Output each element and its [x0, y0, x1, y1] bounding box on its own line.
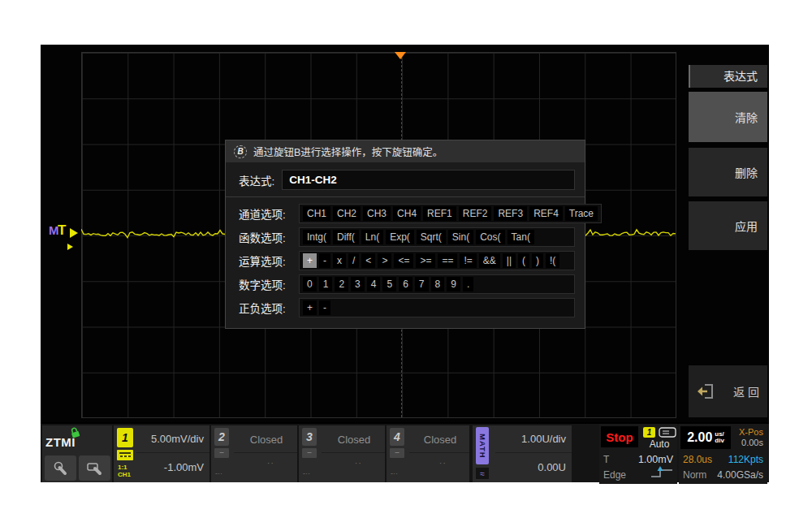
option-chip[interactable]: REF3: [494, 206, 527, 221]
option-chip[interactable]: 4: [367, 277, 381, 291]
channel3-offset-placeholder: ··: [355, 458, 362, 468]
option-chip[interactable]: -: [319, 253, 330, 268]
timebase-block[interactable]: 2.00 us/div X-Pos 0.00s 28.0us 112Kpts N…: [679, 424, 767, 484]
option-row-box: Intg(Diff(Ln(Exp(Sqrt(Sin(Cos(Tan(: [299, 227, 575, 247]
math-offset: 0.00U: [538, 461, 566, 473]
option-chip[interactable]: <: [361, 253, 375, 268]
dialog-option-row: 数字选项:0123456789.: [239, 274, 575, 294]
option-chip[interactable]: ): [532, 253, 543, 268]
channel1-scale: 5.00mV/div: [151, 433, 204, 445]
option-chip[interactable]: Trace: [565, 206, 598, 221]
option-row-box: 0123456789.: [299, 274, 575, 294]
touch-lock-button[interactable]: [79, 455, 110, 481]
option-chip[interactable]: >: [378, 253, 391, 268]
channel1-block[interactable]: 1 1:1CH1 5.00mV/div -1.00mV: [114, 425, 209, 482]
clear-button[interactable]: 清除: [689, 92, 767, 142]
touch-gesture-button[interactable]: [45, 455, 76, 481]
delete-button[interactable]: 删除: [689, 148, 767, 196]
touch-slide-icon: [86, 460, 104, 477]
touch-icon: [52, 460, 70, 477]
knob-b-icon: B: [234, 145, 247, 158]
math-badge[interactable]: MATH: [476, 427, 489, 464]
ch1-position-arrow-icon[interactable]: [70, 228, 78, 238]
trigger-position-marker[interactable]: [395, 52, 406, 59]
channel4-badge[interactable]: 4: [390, 428, 404, 446]
channel3-block[interactable]: 3–Closed··-··: [299, 425, 385, 482]
option-chip[interactable]: 0: [303, 277, 317, 291]
option-chip[interactable]: Tan(: [508, 230, 534, 244]
option-chip[interactable]: CH2: [333, 206, 361, 221]
math-scale: 1.00U/div: [521, 433, 566, 445]
option-chip[interactable]: CH4: [393, 206, 421, 221]
option-chip[interactable]: Cos(: [476, 230, 504, 244]
option-chip[interactable]: +: [303, 253, 317, 268]
option-chip[interactable]: Ln(: [361, 230, 383, 244]
knob-b-arrow-icon[interactable]: [67, 244, 73, 250]
option-chip[interactable]: ||: [503, 253, 516, 268]
option-chip[interactable]: 3: [351, 277, 365, 291]
display-icon: [659, 427, 676, 438]
option-chip[interactable]: 2: [335, 277, 348, 291]
channel2-block[interactable]: 2–Closed··-··: [211, 425, 297, 482]
option-chip[interactable]: Sqrt(: [417, 230, 446, 244]
channel1-offset: -1.00mV: [164, 461, 204, 473]
option-chip[interactable]: ==: [438, 253, 457, 268]
option-chip[interactable]: Exp(: [386, 230, 414, 244]
apply-button-label: 应用: [735, 218, 758, 234]
status-bar: ZTMI 1: [41, 422, 769, 482]
trigger-level-marker[interactable]: T: [58, 222, 66, 239]
apply-button[interactable]: 应用: [689, 201, 767, 250]
back-button[interactable]: 返 回: [689, 365, 767, 417]
option-chip[interactable]: (: [518, 253, 529, 268]
channel4-block[interactable]: 4–Closed··-··: [387, 425, 469, 482]
back-arrow-icon: [695, 382, 716, 400]
trigger-block[interactable]: Stop 1 Auto T 1.00mV Edge: [599, 424, 677, 484]
option-chip[interactable]: >=: [416, 253, 435, 268]
channel4-offset-placeholder: ··: [439, 458, 447, 468]
channel1-badge[interactable]: 1: [117, 428, 133, 447]
option-chip[interactable]: !(: [546, 253, 559, 268]
trigger-type: Edge: [603, 469, 626, 481]
expression-input[interactable]: CH1-CH2: [282, 170, 575, 190]
acquisition-state: Stop: [601, 426, 638, 447]
option-chip[interactable]: REF4: [529, 206, 563, 221]
option-chip[interactable]: +: [303, 300, 317, 315]
option-chip[interactable]: REF2: [459, 206, 492, 221]
option-row-label: 正负选项:: [239, 300, 299, 316]
trigger-level-label: T: [603, 454, 609, 465]
divider: [322, 452, 385, 453]
divider: [234, 452, 297, 453]
channel3-probe-placeholder: -··: [303, 469, 310, 477]
option-chip[interactable]: &&: [479, 253, 500, 268]
option-chip[interactable]: 7: [415, 277, 429, 291]
channel4-status: Closed: [411, 434, 469, 446]
option-chip[interactable]: Intg(: [303, 230, 330, 244]
dialog-option-rows: 通道选项:CH1CH2CH3CH4REF1REF2REF3REF4Trace函数…: [226, 204, 585, 317]
option-chip[interactable]: Diff(: [333, 230, 359, 244]
timebase-unit: us/div: [715, 431, 724, 444]
option-chip[interactable]: 5: [382, 277, 396, 291]
channel2-badge[interactable]: 2: [214, 428, 229, 446]
option-chip[interactable]: /: [348, 253, 359, 268]
math-block[interactable]: MATH ≈ 1.00U/div 0.00U: [473, 425, 572, 482]
option-chip[interactable]: -: [319, 300, 330, 315]
option-chip[interactable]: 1: [319, 277, 333, 291]
option-chip[interactable]: x: [333, 253, 346, 268]
xpos-value: 0.00s: [741, 438, 763, 447]
option-chip[interactable]: !=: [460, 253, 476, 268]
sample-rate: 4.00GSa/s: [717, 469, 763, 481]
option-row-box: +-: [299, 298, 575, 317]
option-chip[interactable]: .: [463, 277, 473, 291]
dialog-option-row: 运算选项:+-x/<><=>===!=&&||()!(: [239, 251, 575, 270]
option-chip[interactable]: 6: [399, 277, 412, 291]
option-chip[interactable]: Sin(: [448, 230, 473, 244]
option-row-label: 函数选项:: [239, 229, 299, 245]
option-chip[interactable]: REF1: [423, 206, 456, 221]
option-chip[interactable]: CH1: [303, 206, 330, 221]
option-chip[interactable]: 9: [447, 277, 460, 291]
trigger-level-value: 1.00mV: [638, 454, 673, 465]
option-chip[interactable]: CH3: [363, 206, 391, 221]
option-chip[interactable]: <=: [394, 253, 413, 268]
option-chip[interactable]: 8: [431, 277, 445, 291]
channel3-badge[interactable]: 3: [302, 428, 317, 446]
